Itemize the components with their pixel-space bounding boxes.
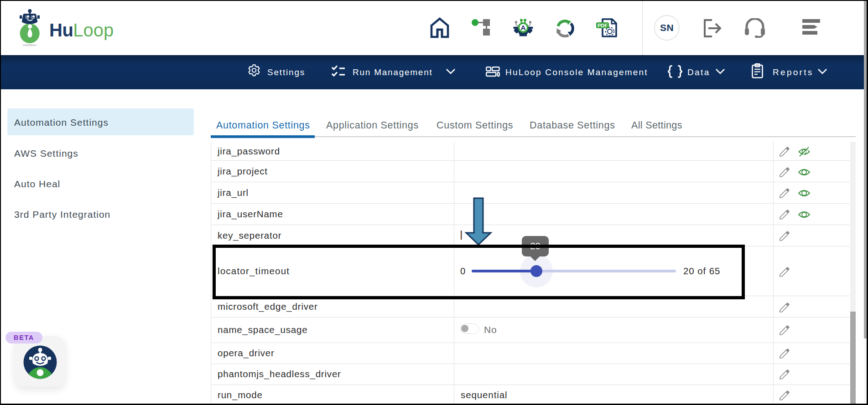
- svg-text:HuLoop: HuLoop: [49, 20, 114, 40]
- svg-text:PDF: PDF: [598, 23, 608, 28]
- svg-text:A: A: [521, 24, 526, 31]
